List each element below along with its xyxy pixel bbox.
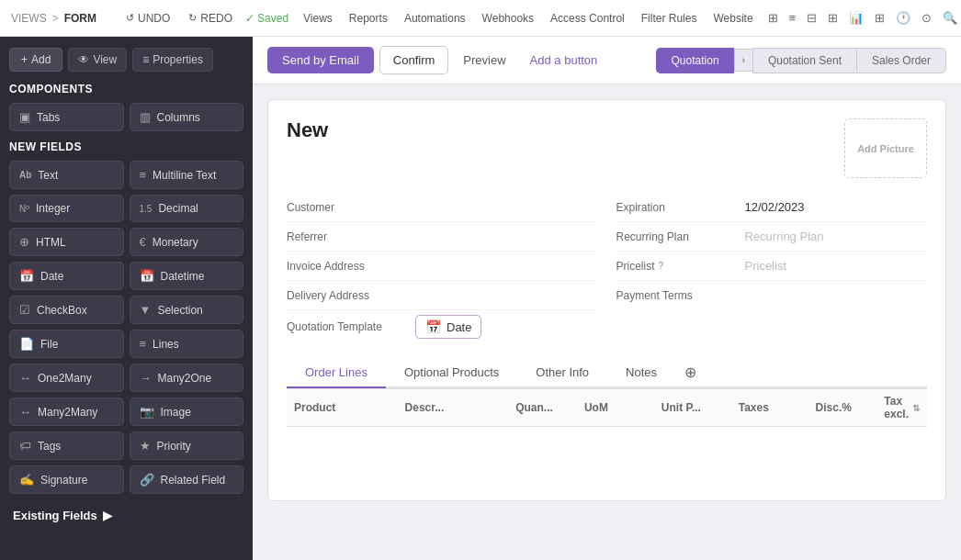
content-area: Send by Email Confirm Preview Add a butt…	[253, 37, 961, 560]
nav-webhooks[interactable]: Webhooks	[477, 9, 539, 28]
sidebar-item-selection[interactable]: ▼ Selection	[130, 296, 244, 324]
kanban-icon[interactable]: ⊞	[824, 9, 842, 27]
image-icon: 📷	[140, 405, 154, 419]
sidebar-item-tabs[interactable]: ▣ Tabs	[9, 103, 124, 131]
nav-filter[interactable]: Filter Rules	[636, 9, 703, 28]
field-invoice-address: Invoice Address	[287, 252, 598, 281]
view-button[interactable]: 👁 View	[68, 48, 127, 72]
add-picture-label: Add Picture	[857, 143, 914, 154]
sidebar-item-date[interactable]: 📅 Date	[9, 262, 124, 290]
sidebar-item-one2many[interactable]: ↔ One2Many	[9, 364, 124, 392]
sidebar-item-related-field[interactable]: 🔗 Related Field	[130, 465, 244, 494]
confirm-button[interactable]: Confirm	[379, 46, 449, 74]
quotation-template-label: Quotation Template	[287, 320, 415, 333]
form-card: New Add Picture Customer Referrer	[267, 99, 946, 501]
components-title: Components	[9, 83, 243, 95]
sidebar-item-columns[interactable]: ▥ Columns	[130, 103, 244, 131]
tab-optional-products[interactable]: Optional Products	[386, 358, 517, 388]
nav-views[interactable]: Views	[298, 9, 338, 28]
form-record-title: New	[287, 118, 328, 142]
eye-icon: 👁	[78, 53, 89, 66]
form-label: FORM	[64, 12, 96, 25]
add-picture-box[interactable]: Add Picture	[844, 118, 927, 178]
nav-automations[interactable]: Automations	[399, 9, 471, 28]
sidebar-item-datetime[interactable]: 📅 Datetime	[130, 262, 244, 290]
pricelist-value[interactable]: Pricelist	[745, 259, 928, 273]
expiration-value[interactable]: 12/02/2023	[745, 200, 928, 214]
decimal-icon: 1.5	[140, 204, 153, 214]
sidebar-item-monetary[interactable]: € Monetary	[130, 228, 244, 256]
settings-icon[interactable]: ⊙	[918, 9, 935, 27]
search-icon[interactable]: 🔍	[939, 9, 961, 27]
undo-icon: ↺	[126, 12, 134, 24]
status-quotation[interactable]: Quotation	[656, 48, 734, 73]
form-left-col: Customer Referrer Invoice Address D	[287, 193, 598, 343]
components-grid: ▣ Tabs ▥ Columns	[9, 103, 243, 131]
sidebar-item-integer[interactable]: Nº Integer	[9, 195, 124, 222]
tab-other-info[interactable]: Other Info	[517, 358, 607, 388]
add-button[interactable]: + Add	[9, 48, 62, 72]
grid-icon[interactable]: ⊞	[764, 9, 782, 27]
add-button-btn[interactable]: Add a button	[521, 47, 607, 73]
undo-button[interactable]: ↺ UNDO	[120, 9, 175, 28]
pricelist-help-icon[interactable]: ?	[659, 261, 664, 271]
sidebar-item-checkbox[interactable]: ☑ CheckBox	[9, 296, 124, 324]
existing-fields-label: Existing Fields	[13, 509, 97, 522]
list-icon[interactable]: ≡	[786, 9, 800, 27]
nav-actions: ↺ UNDO ↻ REDO ✓ Saved	[120, 9, 288, 28]
sidebar-item-lines[interactable]: ≡ Lines	[130, 330, 244, 358]
chart-icon[interactable]: 📊	[845, 9, 867, 27]
one2many-icon: ↔	[19, 371, 31, 385]
field-customer: Customer	[287, 193, 598, 222]
redo-button[interactable]: ↻ REDO	[183, 9, 238, 28]
form-container: New Add Picture Customer Referrer	[253, 84, 961, 560]
payment-terms-label: Payment Terms	[616, 289, 745, 302]
table-icon[interactable]: ⊟	[803, 9, 820, 27]
calendar-icon: 📅	[425, 319, 441, 334]
existing-fields-section[interactable]: Existing Fields ▶	[9, 503, 243, 528]
list-icon2: ≡	[142, 53, 149, 66]
tab-order-lines[interactable]: Order Lines	[287, 358, 386, 388]
th-tax-excl: Tax excl. ⇅	[876, 395, 927, 420]
th-uom: UoM	[577, 401, 654, 414]
sidebar-item-priority[interactable]: ★ Priority	[130, 431, 244, 460]
sidebar-item-multiline[interactable]: ≡ Multiline Text	[130, 161, 244, 189]
nav-access[interactable]: Access Control	[545, 9, 630, 28]
tabs-icon: ▣	[19, 110, 30, 124]
sidebar-item-image[interactable]: 📷 Image	[130, 398, 244, 426]
send-email-button[interactable]: Send by Email	[267, 47, 374, 73]
nav-website[interactable]: Website	[707, 9, 758, 28]
status-quotation-sent[interactable]: Quotation Sent	[752, 48, 856, 73]
status-sales-order[interactable]: Sales Order	[856, 48, 946, 73]
new-fields-title: New Fields	[9, 140, 243, 153]
nav-reports[interactable]: Reports	[344, 9, 393, 28]
sidebar-item-many2many[interactable]: ↔ Many2Many	[9, 398, 124, 426]
tags-icon: 🏷	[19, 439, 31, 453]
date-widget[interactable]: 📅 Date	[415, 315, 481, 339]
pivot-icon[interactable]: ⊞	[871, 9, 888, 27]
breadcrumb: VIEWS > FORM	[11, 12, 96, 25]
form-title-row: New Add Picture	[287, 118, 927, 178]
properties-button[interactable]: ≡ Properties	[132, 48, 213, 72]
preview-button[interactable]: Preview	[454, 47, 514, 73]
tab-notes[interactable]: Notes	[607, 358, 675, 388]
sidebar-item-many2one[interactable]: → Many2One	[130, 364, 244, 392]
sidebar-item-decimal[interactable]: 1.5 Decimal	[130, 195, 244, 222]
clock-icon[interactable]: 🕐	[892, 9, 914, 27]
signature-icon: ✍	[19, 473, 34, 487]
add-tab-button[interactable]: ⊕	[675, 358, 706, 386]
form-right-col: Expiration 12/02/2023 Recurring Plan Rec…	[616, 193, 928, 343]
redo-icon: ↻	[188, 12, 197, 24]
recurring-plan-value[interactable]: Recurring Plan	[745, 230, 928, 243]
multiline-icon: ≡	[140, 168, 147, 182]
sidebar-item-file[interactable]: 📄 File	[9, 330, 124, 358]
sidebar-item-text[interactable]: Ab Text	[9, 161, 124, 189]
top-nav: VIEWS > FORM ↺ UNDO ↻ REDO ✓ Saved Views…	[0, 0, 961, 37]
views-label[interactable]: VIEWS	[11, 12, 47, 25]
quotation-template-value[interactable]: 📅 Date	[415, 315, 598, 339]
sidebar-item-html[interactable]: ⊕ HTML	[9, 228, 124, 256]
sidebar-item-signature[interactable]: ✍ Signature	[9, 465, 124, 494]
date-icon: 📅	[19, 269, 34, 283]
sidebar-item-tags[interactable]: 🏷 Tags	[9, 431, 124, 460]
status-bar: Quotation › Quotation Sent Sales Order	[656, 48, 946, 73]
